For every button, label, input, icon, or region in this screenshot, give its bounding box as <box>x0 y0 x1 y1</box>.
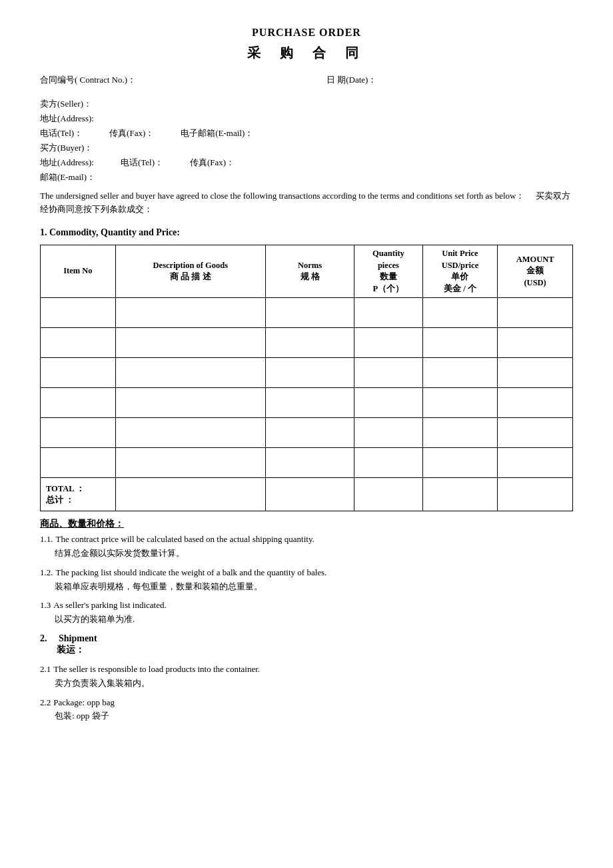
section2-num: 2. <box>40 633 47 643</box>
email2-label: 邮箱(E-mail)： <box>40 170 573 185</box>
goods-table: Item No Description of Goods商 品 描 述 Norm… <box>40 245 573 511</box>
table-row <box>41 448 573 478</box>
contract-no-label: 合同编号( Contract No.)： <box>40 74 287 86</box>
seller-label: 卖方(Seller)： <box>40 97 573 111</box>
table-header-row: Item No Description of Goods商 品 描 述 Norm… <box>41 245 573 298</box>
cell-amount <box>498 448 573 478</box>
clause2-cn: 包装: opp 袋子 <box>55 709 573 723</box>
page-title-cn: 采 购 合 同 <box>40 44 573 62</box>
col-header-norms: Norms规 格 <box>266 245 354 298</box>
clause-num: 1.3 <box>40 600 51 610</box>
table-row <box>41 358 573 388</box>
cell-item_no <box>41 418 116 448</box>
clause-cn: 结算总金额以实际发货数量计算。 <box>55 547 573 561</box>
clause-cn: 以买方的装箱单为准. <box>55 613 573 627</box>
col-header-amount: AMOUNT金额(USD) <box>498 245 573 298</box>
cell-quantity <box>354 448 422 478</box>
cell-item_no <box>41 358 116 388</box>
clause-cn: 装箱单应表明规格，每包重量，数量和装箱的总重量。 <box>55 580 573 594</box>
cell-description <box>115 298 265 328</box>
cell-quantity <box>354 328 422 358</box>
total-cell-amount <box>498 478 573 511</box>
table-total-row: TOTAL ：总计 ： <box>41 478 573 511</box>
col-header-unit-price: Unit PriceUSD/price单价美金 / 个 <box>422 245 498 298</box>
cell-item_no <box>41 388 116 418</box>
clause-en: The packing list should indicate the wei… <box>56 567 327 577</box>
date-label: 日 期(Date)： <box>287 74 573 86</box>
cell-item_no <box>41 328 116 358</box>
clause-1: 1.1.The contract price will be calculate… <box>40 533 573 561</box>
cell-unit_price <box>422 448 498 478</box>
cell-description <box>115 328 265 358</box>
cell-unit_price <box>422 418 498 448</box>
clause-en: The contract price will be calculated ba… <box>56 534 314 544</box>
cell-norms <box>266 388 354 418</box>
contract-date-row: 合同编号( Contract No.)： 日 期(Date)： <box>40 74 573 86</box>
buyer-label: 买方(Buyer)： <box>40 141 573 155</box>
fax1-label: 传真(Fax)： <box>109 126 154 141</box>
tel1-label: 电话(Tel)： <box>40 126 83 141</box>
col-header-description: Description of Goods商 品 描 述 <box>115 245 265 298</box>
cell-description <box>115 358 265 388</box>
table-row <box>41 328 573 358</box>
table-row <box>41 418 573 448</box>
cell-description <box>115 418 265 448</box>
total-cell-norms <box>266 478 354 511</box>
clause2-en: The seller is responsible to load produc… <box>53 664 260 674</box>
cell-quantity <box>354 388 422 418</box>
page-title-en: PURCHASE ORDER <box>40 27 573 39</box>
cell-unit_price <box>422 388 498 418</box>
cell-quantity <box>354 298 422 328</box>
clause2-num: 2.2 <box>40 697 51 707</box>
total-label: TOTAL ：总计 ： <box>41 478 116 511</box>
cell-amount <box>498 358 573 388</box>
cell-norms <box>266 298 354 328</box>
cell-amount <box>498 418 573 448</box>
cell-unit_price <box>422 328 498 358</box>
section1-heading: 1. Commodity, Quantity and Price: <box>40 227 573 238</box>
cell-description <box>115 388 265 418</box>
cell-amount <box>498 298 573 328</box>
section2-heading-en: Shipment <box>59 633 97 643</box>
fax2-label: 传真(Fax)： <box>190 155 235 170</box>
total-cell-description <box>115 478 265 511</box>
cell-quantity <box>354 358 422 388</box>
clauses2-container: 2.1The seller is responsible to load pro… <box>40 663 573 723</box>
cell-description <box>115 448 265 478</box>
clauses-container: 1.1.The contract price will be calculate… <box>40 533 573 627</box>
clause-en: As seller's parking list indicated. <box>53 600 167 610</box>
section2-block: 2. Shipment 装运： 2.1The seller is respons… <box>40 633 573 723</box>
tel-fax-email-row: 电话(Tel)： 传真(Fax)： 电子邮箱(E-mail)： <box>40 126 573 141</box>
total-cell-quantity <box>354 478 422 511</box>
cell-norms <box>266 328 354 358</box>
cell-norms <box>266 358 354 388</box>
total-cell-unit_price <box>422 478 498 511</box>
col-header-quantity: Quantitypieces数量P（个） <box>354 245 422 298</box>
agreement-en: The undersigned seller and buyer have ag… <box>40 191 524 201</box>
clause-num: 1.2. <box>40 567 53 577</box>
cell-item_no <box>41 298 116 328</box>
cell-amount <box>498 328 573 358</box>
clause2-en: Package: opp bag <box>53 697 115 707</box>
clause2-1: 2.1The seller is responsible to load pro… <box>40 663 573 691</box>
cell-quantity <box>354 418 422 448</box>
clause2-num: 2.1 <box>40 664 51 674</box>
clause2-cn: 卖方负责装入集装箱内。 <box>55 677 573 691</box>
seller-block: 卖方(Seller)： 地址(Address): 电话(Tel)： 传真(Fax… <box>40 97 573 185</box>
section2-heading-cn: 装运： <box>57 645 85 655</box>
clause-num: 1.1. <box>40 534 53 544</box>
address2-label: 地址(Address): <box>40 155 94 170</box>
subsection-cn-heading: 商品、数量和价格： <box>40 518 573 530</box>
cell-unit_price <box>422 358 498 388</box>
cell-norms <box>266 448 354 478</box>
clause-2: 1.2.The packing list should indicate the… <box>40 566 573 594</box>
col-header-item-no: Item No <box>41 245 116 298</box>
cell-norms <box>266 418 354 448</box>
agreement-text: The undersigned seller and buyer have ag… <box>40 189 573 217</box>
address1-label: 地址(Address): <box>40 111 573 126</box>
clause-3: 1.3As seller's parking list indicated.以买… <box>40 599 573 627</box>
cell-unit_price <box>422 298 498 328</box>
cell-item_no <box>41 448 116 478</box>
table-row <box>41 298 573 328</box>
table-row <box>41 388 573 418</box>
